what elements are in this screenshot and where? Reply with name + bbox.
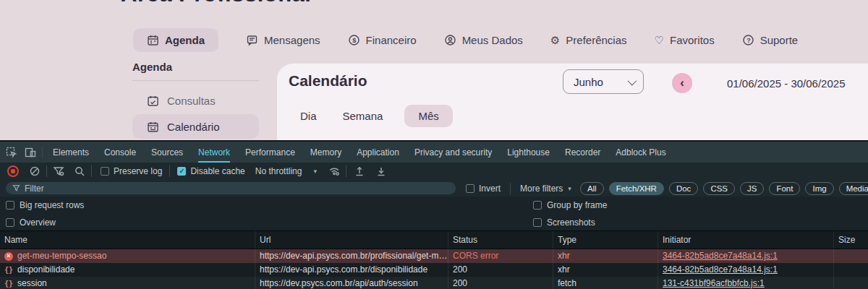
sidebar-item-calendario[interactable]: Calendário (132, 114, 259, 139)
tab-application[interactable]: Application (357, 142, 399, 163)
overview-checkbox[interactable] (6, 218, 14, 227)
filter-toggle-icon[interactable] (53, 165, 64, 177)
pill-img[interactable]: Img (805, 182, 833, 195)
month-select[interactable]: Junho (563, 69, 644, 94)
screenshots-option[interactable]: Screenshots (533, 217, 595, 228)
option-label: Group by frame (547, 200, 607, 210)
option-label: Overview (20, 217, 56, 228)
disable-cache-checkbox[interactable] (177, 167, 186, 176)
tab-network[interactable]: Network (198, 142, 230, 163)
nav-item-mensagens[interactable]: Mensagens (246, 34, 320, 46)
devtools-tabs: Elements Console Sources Network Perform… (53, 142, 666, 163)
inspect-element-icon[interactable] (6, 147, 17, 158)
initiator-link[interactable]: 131-c431bf96acfbbfcb.js:1 (663, 278, 765, 288)
invert-label[interactable]: Invert (479, 184, 501, 194)
tab-elements[interactable]: Elements (53, 142, 89, 163)
pill-css[interactable]: CSS (703, 182, 735, 195)
filter-input[interactable] (6, 182, 456, 194)
big-request-rows-checkbox[interactable] (6, 201, 14, 210)
table-row[interactable]: {} session https://dev.psycs.com.br/api/… (0, 277, 868, 289)
preserve-log-label[interactable]: Preserve log (114, 166, 162, 176)
tab-sources[interactable]: Sources (151, 142, 183, 163)
nav-item-preferencias[interactable]: ⚙ Preferências (550, 34, 627, 46)
column-header-initiator[interactable]: Initiator (658, 231, 834, 249)
heart-icon: ♡ (655, 35, 664, 46)
pill-fetch-xhr[interactable]: Fetch/XHR (609, 182, 664, 195)
help-icon: ? (742, 34, 754, 46)
pill-media[interactable]: Media (839, 182, 868, 195)
device-toolbar-icon[interactable] (25, 147, 36, 158)
nav-item-suporte[interactable]: ? Suporte (742, 34, 799, 46)
table-row[interactable]: {} disponibilidade https://dev-api.psycs… (0, 263, 868, 277)
sidebar-item-consultas[interactable]: Consultas (132, 90, 259, 111)
table-row[interactable]: × get-meu-tempo-sessao https://dev-api.p… (0, 249, 868, 263)
date-range: 01/06/2025 - 30/06/2025 (727, 77, 845, 90)
nav-item-label: Favoritos (670, 34, 715, 46)
tab-adblock-plus[interactable]: Adblock Plus (616, 142, 665, 163)
column-header-size[interactable]: Size (834, 231, 868, 249)
initiator-link[interactable]: 3464-82b5ad8ce7a48a14.js:1 (663, 264, 778, 275)
column-header-status[interactable]: Status (448, 231, 553, 249)
more-filters-button[interactable]: More filters (520, 184, 563, 194)
pill-doc[interactable]: Doc (669, 182, 698, 195)
nav-item-meus-dados[interactable]: Meus Dados (444, 34, 523, 46)
option-label: Big request rows (20, 200, 84, 210)
error-icon: × (4, 252, 13, 261)
pill-all[interactable]: All (580, 182, 604, 195)
tab-recorder[interactable]: Recorder (565, 142, 600, 163)
table-header-row: Name Url Status Type Initiator Size (0, 230, 868, 249)
big-request-rows-option[interactable]: Big request rows (6, 200, 84, 210)
tab-console[interactable]: Console (104, 142, 136, 163)
initiator-link[interactable]: 3464-82b5ad8ce7a48a14.js:1 (663, 251, 778, 261)
nav-item-agenda[interactable]: Agenda (133, 28, 218, 52)
column-header-type[interactable]: Type (553, 231, 658, 249)
tab-lighthouse[interactable]: Lighthouse (507, 142, 550, 163)
sidebar-divider (132, 80, 259, 81)
view-tab-semana[interactable]: Semana (343, 110, 383, 122)
tab-privacy-security[interactable]: Privacy and security (414, 142, 492, 163)
options-row-1: Big request rows Group by frame (0, 197, 868, 214)
pill-font[interactable]: Font (769, 182, 800, 195)
network-request-table: Name Url Status Type Initiator Size × ge… (0, 230, 868, 289)
import-har-icon[interactable] (354, 165, 365, 177)
export-har-icon[interactable] (375, 165, 387, 177)
nav-item-financeiro[interactable]: $ Financeiro (348, 34, 417, 46)
search-icon[interactable] (74, 165, 85, 177)
group-by-frame-option[interactable]: Group by frame (533, 200, 607, 210)
sidebar-item-label: Consultas (167, 95, 216, 107)
request-name: get-meu-tempo-sessao (17, 249, 106, 263)
nav-item-favoritos[interactable]: ♡ Favoritos (655, 34, 715, 46)
column-header-name[interactable]: Name (0, 231, 255, 249)
nav-item-label: Meus Dados (462, 34, 523, 46)
tab-performance[interactable]: Performance (245, 142, 295, 163)
pill-js[interactable]: JS (740, 182, 764, 195)
tab-memory[interactable]: Memory (310, 142, 341, 163)
network-toolbar: Preserve log Disable cache No throttling… (0, 163, 868, 180)
application-window: Área Profissional Agenda Mensagens $ Fin… (0, 0, 868, 289)
record-network-log-icon[interactable] (7, 165, 19, 177)
view-tab-mes[interactable]: Mês (404, 105, 452, 127)
invert-checkbox[interactable] (466, 184, 475, 193)
overview-option[interactable]: Overview (6, 217, 56, 228)
user-icon (444, 34, 456, 46)
network-conditions-icon[interactable] (328, 165, 340, 177)
clear-network-log-icon[interactable] (29, 165, 41, 177)
column-header-url[interactable]: Url (255, 231, 448, 249)
network-filter-row: Invert More filters ▾ All Fetch/XHR Doc … (0, 180, 868, 197)
screenshots-checkbox[interactable] (533, 218, 542, 227)
xhr-icon: {} (4, 263, 13, 277)
chevron-left-icon: ‹ (680, 76, 684, 90)
divider (169, 165, 170, 177)
preserve-log-checkbox[interactable] (101, 167, 109, 176)
group-by-frame-checkbox[interactable] (533, 201, 542, 210)
throttling-select[interactable]: No throttling (255, 166, 302, 176)
disable-cache-label[interactable]: Disable cache (190, 166, 244, 176)
request-url: https://dev-api.psycs.com.br/profissiona… (255, 249, 448, 263)
fetch-icon: {} (4, 277, 13, 289)
devtools-tabbar: Elements Console Sources Network Perform… (0, 142, 868, 163)
message-icon (246, 34, 258, 46)
previous-month-button[interactable]: ‹ (672, 73, 692, 93)
finance-icon: $ (348, 34, 360, 46)
request-status: 200 (448, 263, 553, 277)
view-tab-dia[interactable]: Dia (300, 110, 317, 122)
